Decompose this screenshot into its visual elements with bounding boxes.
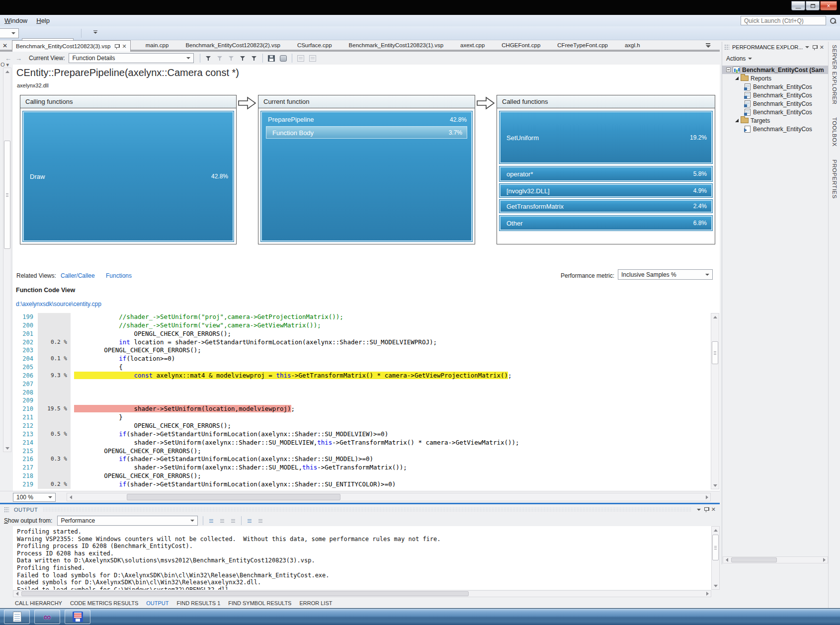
menu-item-help[interactable]: Help <box>32 17 54 24</box>
performance-metric-combo[interactable]: Inclusive Samples % <box>618 269 713 280</box>
output-source-combo[interactable]: Performance <box>57 516 198 526</box>
export-report-data-icon[interactable] <box>280 55 287 62</box>
output-text-area[interactable]: Profiling started.Warning VSP2355: Some … <box>13 526 711 590</box>
tab-overflow-icon[interactable] <box>706 43 712 48</box>
bottom-tab-call-hierarchy[interactable]: CALL HIERARCHY <box>15 600 62 606</box>
taskbar-button-visual-studio[interactable]: ∞ <box>34 610 60 624</box>
export-filter-icon[interactable] <box>251 55 257 62</box>
output-horizontal-scrollbar[interactable] <box>13 590 711 597</box>
performance-explorer-title-bar[interactable]: PERFORMANCE EXPLOR... ✕ <box>722 42 828 53</box>
quick-launch-input[interactable]: Quick Launch (Ctrl+Q) <box>741 16 826 25</box>
bottom-tab-error-list[interactable]: ERROR LIST <box>299 600 332 606</box>
related-link-caller-callee[interactable]: Caller/Callee <box>61 272 95 279</box>
scroll-up-icon[interactable] <box>712 527 719 534</box>
window-position-icon[interactable] <box>697 509 701 511</box>
called-function-box[interactable]: SetUniform19.2% <box>500 111 712 163</box>
explorer-horizontal-scrollbar[interactable] <box>723 556 828 563</box>
side-tab-toolbox[interactable]: TOOLBOX <box>832 117 838 147</box>
document-tab-9[interactable]: axgl.h <box>623 40 642 50</box>
scroll-down-icon[interactable] <box>3 445 11 452</box>
document-tab-2[interactable]: main.cpp <box>144 40 171 50</box>
tree-item-6[interactable]: Benchmark_EntityCos <box>722 108 828 116</box>
search-icon[interactable] <box>829 17 837 25</box>
tree-item-2[interactable]: Reports <box>722 74 828 82</box>
scrollbar-thumb[interactable] <box>731 557 777 562</box>
scrollbar-thumb[interactable] <box>712 341 718 364</box>
scroll-left-icon[interactable] <box>67 493 74 501</box>
expanded-icon[interactable] <box>735 77 739 80</box>
scroll-down-icon[interactable] <box>711 482 719 489</box>
clear-all-icon[interactable] <box>246 517 253 524</box>
document-vertical-scrollbar[interactable] <box>3 68 11 452</box>
document-tab-3[interactable]: Benchmark_EntityCost120823(2).vsp <box>183 40 282 50</box>
tree-item-7[interactable]: Targets <box>722 116 828 125</box>
back-icon[interactable]: ← <box>5 55 11 62</box>
taskbar-button-notepad[interactable] <box>4 610 30 624</box>
forward-icon[interactable]: → <box>15 55 22 62</box>
scroll-up-icon[interactable] <box>711 313 719 320</box>
scroll-down-icon[interactable] <box>712 582 719 589</box>
bottom-tab-output[interactable]: OUTPUT <box>146 600 168 606</box>
tree-item-4[interactable]: Benchmark_EntityCos <box>722 91 828 99</box>
code-horizontal-scrollbar[interactable] <box>67 493 711 501</box>
scrollbar-thumb[interactable] <box>712 535 719 560</box>
word-wrap-icon[interactable] <box>256 517 264 524</box>
current-view-combo[interactable]: Function Details <box>69 53 194 63</box>
bottom-tab-find-symbol-results[interactable]: FIND SYMBOL RESULTS <box>228 600 291 606</box>
calling-function-box[interactable]: Draw 42.8% <box>23 111 234 241</box>
called-function-box[interactable]: [nvoglv32.DLL]4.9% <box>500 184 712 197</box>
pin-icon[interactable] <box>114 44 119 49</box>
close-icon[interactable]: ✕ <box>2 42 7 49</box>
document-tab-5[interactable]: Benchmark_EntityCost120823(1).vsp <box>347 40 446 50</box>
code-vertical-scrollbar[interactable] <box>711 313 719 489</box>
bottom-tab-find-results-1[interactable]: FIND RESULTS 1 <box>177 600 221 606</box>
tree-item-3[interactable]: Benchmark_EntityCos <box>722 82 828 91</box>
configuration-combo[interactable]: ase <box>0 28 19 38</box>
close-icon[interactable]: ✕ <box>820 45 824 50</box>
bottom-tab-code-metrics-results[interactable]: CODE METRICS RESULTS <box>70 600 138 606</box>
toolbar-options-icon[interactable] <box>93 30 97 34</box>
pin-icon[interactable] <box>812 45 817 50</box>
scroll-left-icon[interactable] <box>13 591 20 597</box>
close-icon[interactable]: ✕ <box>711 507 716 512</box>
side-tab-server-explorer[interactable]: SERVER EXPLORER <box>832 45 838 104</box>
scroll-right-icon[interactable] <box>821 557 828 563</box>
taskbar-button-floppy[interactable] <box>65 610 90 624</box>
document-tab-4[interactable]: CSurface.cpp <box>295 40 334 50</box>
tree-item-1[interactable]: Benchmark_EntityCost (Sam <box>722 66 828 74</box>
pin-icon[interactable] <box>704 507 708 512</box>
scrollbar-thumb[interactable] <box>127 494 340 500</box>
scroll-right-icon[interactable] <box>704 591 711 597</box>
filter-icon[interactable] <box>205 55 212 62</box>
scroll-left-icon[interactable] <box>723 557 730 563</box>
close-icon[interactable]: ✕ <box>122 44 127 49</box>
side-tab-properties[interactable]: PROPERTIES <box>832 159 838 199</box>
actions-menu[interactable]: Actions <box>726 55 752 62</box>
tree-item-8[interactable]: Benchmark_EntityCos <box>722 125 828 133</box>
document-tab-8[interactable]: CFreeTypeFont.cpp <box>555 40 610 50</box>
minimize-button[interactable]: — <box>791 1 805 10</box>
called-function-box[interactable]: operator*5.8% <box>500 166 712 181</box>
called-function-box[interactable]: GetTransformMatrix2.4% <box>500 200 712 213</box>
expanded-icon[interactable] <box>735 119 739 122</box>
close-button[interactable]: × <box>820 1 837 10</box>
source-file-link[interactable]: d:\axelynxsdk\source\centity.cpp <box>16 301 101 308</box>
scroll-right-icon[interactable] <box>703 493 710 501</box>
called-function-box[interactable]: Other6.8% <box>500 216 712 231</box>
document-tab-1[interactable]: Benchmark_EntityCost120823(3).vsp✕ <box>12 40 131 52</box>
menu-item-window[interactable]: Window <box>0 17 32 24</box>
tree-item-5[interactable]: Benchmark_EntityCos <box>722 99 828 108</box>
current-function-box[interactable]: PreparePipeline 42.8% Function Body 3.7% <box>261 111 472 241</box>
document-tab-7[interactable]: CHGEFont.cpp <box>500 40 542 50</box>
scrollbar-thumb[interactable] <box>21 591 469 596</box>
maximize-button[interactable] <box>806 1 820 10</box>
zoom-level-combo[interactable]: 100 % <box>13 493 56 502</box>
window-position-icon[interactable] <box>805 46 809 48</box>
related-link-functions[interactable]: Functions <box>106 272 132 279</box>
scroll-up-icon[interactable] <box>3 68 11 75</box>
scrollbar-thumb[interactable] <box>4 141 10 249</box>
import-filter-icon[interactable] <box>240 55 246 62</box>
function-body-box[interactable]: Function Body 3.7% <box>266 126 467 139</box>
output-vertical-scrollbar[interactable] <box>711 526 720 590</box>
document-tab-6[interactable]: axext.cpp <box>458 40 487 50</box>
